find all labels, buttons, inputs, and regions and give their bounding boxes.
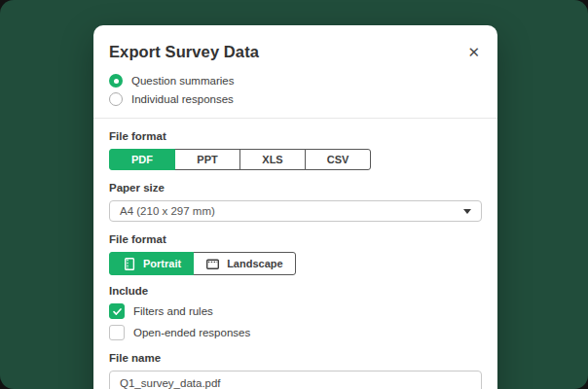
format-option-pdf[interactable]: PDF [109,149,175,170]
landscape-icon [205,257,220,271]
checkbox-label: Open-ended responses [133,327,250,338]
radio-unselected-icon[interactable] [109,92,123,106]
export-type-radio-group: Question summaries Individual responses [109,74,482,106]
portrait-icon [122,257,136,271]
export-survey-dialog: Export Survey Data ✕ Question summaries … [93,25,497,389]
orientation-option-portrait[interactable]: Portrait [109,252,194,275]
page-background: Export Survey Data ✕ Question summaries … [0,0,588,389]
file-name-input[interactable] [109,371,482,389]
paper-size-value: A4 (210 x 297 mm) [120,205,215,217]
radio-label: Question summaries [131,75,234,87]
dialog-title: Export Survey Data [109,43,259,61]
include-checkbox-group: Filters and rules Open-ended responses [109,303,482,340]
checkbox-filters-and-rules[interactable]: Filters and rules [109,303,482,319]
format-option-csv[interactable]: CSV [305,149,371,170]
checkbox-checked-icon[interactable] [109,303,125,319]
radio-question-summaries[interactable]: Question summaries [109,74,482,88]
format-option-xls[interactable]: XLS [239,149,306,170]
paper-size-select[interactable]: A4 (210 x 297 mm) [109,200,482,222]
radio-label: Individual responses [131,93,234,105]
orientation-option-label: Portrait [143,258,181,269]
radio-selected-icon[interactable] [109,74,123,88]
dialog-header: Export Survey Data ✕ [109,43,482,61]
checkbox-unchecked-icon[interactable] [109,325,125,340]
checkbox-label: Filters and rules [133,305,213,317]
orientation-toggle: Portrait Landscape [109,252,296,275]
orientation-option-label: Landscape [227,258,282,269]
orientation-label: File format [109,233,482,245]
file-format-segmented-control: PDF PPT XLS CSV [109,149,482,170]
file-name-label: File name [109,352,482,364]
format-option-ppt[interactable]: PPT [174,149,240,170]
include-label: Include [109,285,482,297]
paper-size-label: Paper size [109,182,482,194]
divider [93,118,497,119]
orientation-option-landscape[interactable]: Landscape [193,252,295,275]
radio-individual-responses[interactable]: Individual responses [109,92,482,106]
file-format-label: File format [109,130,482,142]
checkbox-open-ended-responses[interactable]: Open-ended responses [109,325,482,340]
close-icon[interactable]: ✕ [465,44,482,61]
chevron-down-icon [463,209,471,214]
